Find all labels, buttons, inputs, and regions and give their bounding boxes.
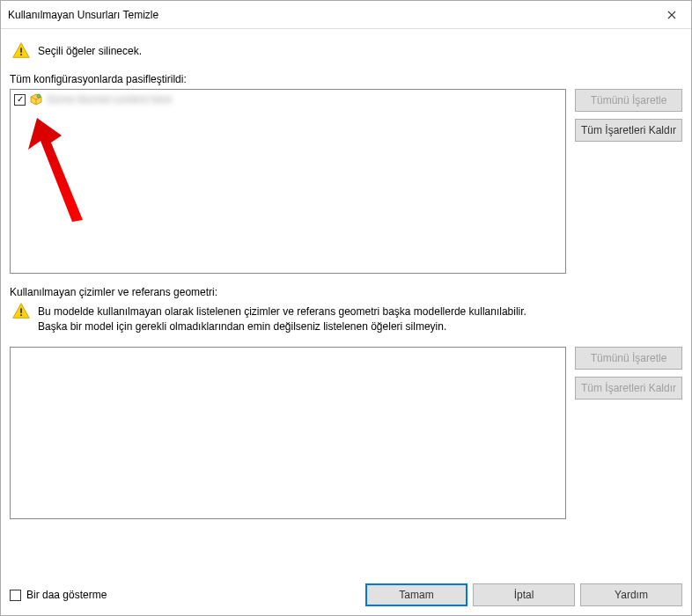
- warning-ref-line1: Bu modelde kullanılmayan olarak listelen…: [38, 304, 526, 319]
- warning-ref-row: Bu modelde kullanılmayan olarak listelen…: [11, 302, 682, 334]
- warning-top-row: Seçili öğeler silinecek.: [11, 41, 682, 61]
- item-checkbox[interactable]: ✓: [14, 94, 26, 106]
- svg-point-2: [37, 94, 40, 98]
- cancel-button[interactable]: İptal: [473, 583, 575, 606]
- window-title: Kullanılmayan Unsurları Temizle: [8, 9, 158, 21]
- warning-ref-text: Bu modelde kullanılmayan olarak listelen…: [38, 302, 526, 334]
- help-button[interactable]: Yardım: [580, 583, 682, 606]
- warning-top-text: Seçili öğeler silinecek.: [38, 41, 142, 59]
- titlebar: Kullanılmayan Unsurları Temizle: [1, 1, 691, 29]
- select-all-button-1[interactable]: Tümünü İşaretle: [575, 89, 682, 112]
- section1-label: Tüm konfigürasyonlarda pasifleştirildi:: [10, 73, 682, 85]
- unused-sketches-list[interactable]: [10, 347, 566, 519]
- warning-icon: [11, 302, 31, 321]
- close-icon: [667, 11, 676, 19]
- deselect-all-button-1[interactable]: Tüm İşaretleri Kaldır: [575, 119, 682, 142]
- ok-button[interactable]: Tamam: [365, 583, 467, 606]
- section2-row: Tümünü İşaretle Tüm İşaretleri Kaldır: [10, 347, 682, 519]
- svg-rect-3: [20, 308, 22, 313]
- dialog-window: Kullanılmayan Unsurları Temizle Seçili ö…: [0, 0, 692, 616]
- suppressed-features-list[interactable]: ✓ Some blurred content here: [10, 89, 566, 274]
- svg-rect-1: [20, 54, 22, 55]
- warning-ref-line2: Başka bir model için gerekli olmadıkları…: [38, 319, 526, 334]
- svg-rect-4: [20, 314, 22, 316]
- section1-row: ✓ Some blurred content here: [10, 89, 682, 274]
- item-label: Some blurred content here: [47, 93, 172, 106]
- section2-label: Kullanılmayan çizimler ve referans geome…: [10, 286, 682, 298]
- dialog-content: Seçili öğeler silinecek. Tüm konfigürasy…: [1, 29, 691, 575]
- section2-buttons: Tümünü İşaretle Tüm İşaretleri Kaldır: [575, 347, 682, 519]
- dont-show-checkbox[interactable]: [10, 590, 21, 601]
- footer-bar: Bir daa gösterme Tamam İptal Yardım: [1, 575, 691, 615]
- list-item[interactable]: ✓ Some blurred content here: [11, 90, 565, 109]
- svg-rect-0: [20, 48, 22, 53]
- section2: Kullanılmayan çizimler ve referans geome…: [10, 281, 682, 341]
- warning-icon: [11, 41, 31, 61]
- select-all-button-2[interactable]: Tümünü İşaretle: [575, 347, 682, 370]
- feature-icon: [29, 92, 43, 106]
- footer-buttons: Tamam İptal Yardım: [365, 583, 682, 606]
- annotation-arrow-icon: [19, 116, 99, 231]
- deselect-all-button-2[interactable]: Tüm İşaretleri Kaldır: [575, 377, 682, 400]
- dont-show-again[interactable]: Bir daa gösterme: [10, 589, 107, 601]
- dont-show-label: Bir daa gösterme: [26, 589, 107, 601]
- close-button[interactable]: [652, 2, 691, 28]
- section1-buttons: Tümünü İşaretle Tüm İşaretleri Kaldır: [575, 89, 682, 274]
